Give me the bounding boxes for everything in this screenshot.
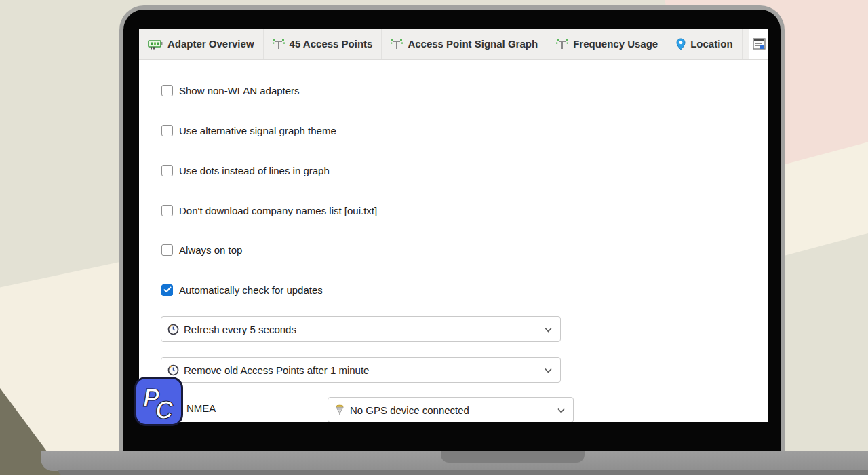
tab-bar: Adapter Overview 45 Access Points bbox=[139, 28, 768, 60]
clock-icon bbox=[167, 364, 179, 376]
option-row: Always on top bbox=[161, 242, 242, 257]
dropdown-value: Refresh every 5 seconds bbox=[184, 324, 296, 335]
nmea-label: NMEA bbox=[186, 402, 216, 414]
tab-label: 45 Access Points bbox=[290, 38, 373, 50]
laptop-base-bottom-edge bbox=[58, 470, 868, 475]
tab-signal-graph[interactable]: Access Point Signal Graph bbox=[382, 28, 547, 59]
tab-access-points[interactable]: 45 Access Points bbox=[264, 28, 382, 59]
checkbox-show-non-wlan[interactable] bbox=[161, 85, 173, 96]
checkbox-auto-check-updates[interactable] bbox=[161, 284, 173, 296]
checkbox-label: Always on top bbox=[179, 244, 242, 256]
chevron-down-icon bbox=[545, 327, 552, 332]
option-row: Use alternative signal graph theme bbox=[161, 123, 336, 138]
tab-frequency-usage[interactable]: Frequency Usage bbox=[547, 28, 667, 59]
dropdown-remove-old-aps[interactable]: Remove old Access Points after 1 minute bbox=[161, 357, 561, 383]
check-icon bbox=[163, 286, 172, 293]
dropdown-value: No GPS device connected bbox=[350, 404, 469, 416]
checkbox-label: Don't download company names list [oui.t… bbox=[179, 205, 377, 216]
dropdown-value: Remove old Access Points after 1 minute bbox=[184, 364, 369, 376]
checkbox-label: Use alternative signal graph theme bbox=[179, 125, 336, 136]
tab-label: Access Point Signal Graph bbox=[408, 38, 538, 50]
antenna-icon bbox=[556, 39, 568, 50]
checkbox-label: Automatically check for updates bbox=[179, 284, 323, 296]
tab-location[interactable]: Location bbox=[667, 28, 743, 59]
tab-options-partial[interactable] bbox=[749, 28, 768, 59]
chevron-down-icon bbox=[557, 408, 565, 413]
location-pin-icon bbox=[676, 38, 686, 50]
clock-icon bbox=[167, 324, 179, 335]
option-row: Automatically check for updates bbox=[161, 282, 323, 297]
checkbox-label: Show non-WLAN adapters bbox=[179, 85, 300, 96]
tab-label: Adapter Overview bbox=[167, 38, 254, 50]
laptop-screen: Adapter Overview 45 Access Points bbox=[139, 28, 768, 422]
option-row: Don't download company names list [oui.t… bbox=[161, 203, 377, 218]
antenna-icon bbox=[391, 39, 403, 50]
checkbox-always-on-top[interactable] bbox=[161, 244, 173, 256]
dropdown-gps-device[interactable]: No GPS device connected bbox=[328, 397, 574, 422]
checkbox-no-oui-download[interactable] bbox=[161, 205, 173, 216]
tab-label: Frequency Usage bbox=[573, 38, 658, 50]
dropdown-refresh-interval[interactable]: Refresh every 5 seconds bbox=[161, 316, 561, 342]
antenna-icon bbox=[273, 39, 285, 50]
tab-label: Location bbox=[690, 38, 733, 50]
pc-logo-badge: P C bbox=[134, 377, 183, 426]
chevron-down-icon bbox=[545, 368, 552, 373]
network-adapter-icon bbox=[148, 39, 163, 50]
option-row: Use dots instead of lines in graph bbox=[161, 163, 330, 178]
option-row: Show non-WLAN adapters bbox=[161, 83, 300, 98]
checkbox-dots-in-graph[interactable] bbox=[161, 165, 173, 176]
laptop-hinge-notch bbox=[441, 451, 585, 463]
pc-logo-icon: P C bbox=[138, 381, 180, 423]
options-window-icon bbox=[753, 38, 766, 50]
tab-adapter-overview[interactable]: Adapter Overview bbox=[139, 28, 264, 59]
badge-letter-c: C bbox=[155, 396, 174, 423]
gps-antenna-icon bbox=[334, 404, 345, 416]
checkbox-alt-graph-theme[interactable] bbox=[161, 125, 173, 136]
checkbox-label: Use dots instead of lines in graph bbox=[179, 165, 330, 176]
